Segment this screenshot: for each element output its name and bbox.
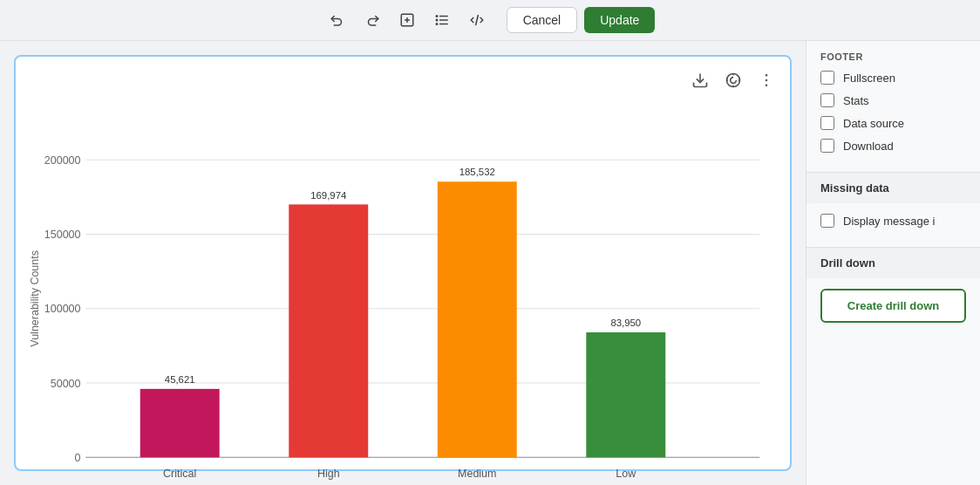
main-content: Vulnerability Counts 200000: [0, 41, 980, 485]
drill-down-header: Drill down: [806, 248, 980, 278]
fullscreen-checkbox-item[interactable]: Fullscreen: [820, 71, 966, 85]
redo-icon[interactable]: [360, 8, 385, 32]
fullscreen-checkbox[interactable]: [820, 71, 834, 85]
missing-data-header: Missing data: [806, 173, 980, 203]
right-panel: FOOTER Fullscreen Stats Data source Down…: [806, 41, 980, 485]
svg-text:50000: 50000: [51, 378, 81, 390]
download-label: Download: [843, 140, 894, 153]
svg-text:185,532: 185,532: [459, 167, 495, 177]
stats-checkbox[interactable]: [820, 93, 834, 107]
stats-checkbox-item[interactable]: Stats: [820, 93, 966, 107]
bar-chart-wrapper: Vulnerability Counts 200000: [26, 100, 779, 485]
download-checkbox-item[interactable]: Download: [820, 139, 966, 153]
bar-medium: [438, 181, 517, 457]
stats-label: Stats: [843, 94, 869, 107]
toolbar: Cancel Update: [0, 0, 980, 41]
svg-text:150000: 150000: [44, 229, 81, 241]
svg-text:0: 0: [75, 452, 81, 464]
svg-text:169,974: 169,974: [310, 190, 346, 201]
svg-point-12: [766, 74, 768, 77]
create-drill-down-button[interactable]: Create drill down: [820, 289, 966, 323]
chart-area: Vulnerability Counts 200000: [0, 41, 806, 485]
svg-point-6: [436, 16, 438, 17]
fullscreen-label: Fullscreen: [843, 72, 895, 85]
display-message-label: Display message i: [843, 215, 936, 228]
svg-text:200000: 200000: [44, 154, 81, 167]
svg-text:83,950: 83,950: [610, 318, 641, 328]
more-options-icon[interactable]: [753, 67, 779, 93]
download-chart-icon[interactable]: [687, 67, 713, 93]
footer-section-title: FOOTER: [820, 51, 966, 62]
svg-text:Vulnerability Counts: Vulnerability Counts: [29, 250, 41, 347]
data-source-checkbox[interactable]: [820, 116, 834, 130]
svg-point-7: [436, 19, 438, 21]
svg-point-11: [727, 74, 740, 87]
display-message-checkbox[interactable]: [820, 214, 834, 228]
svg-text:100000: 100000: [44, 303, 81, 315]
data-source-checkbox-item[interactable]: Data source: [820, 116, 966, 130]
svg-line-9: [475, 15, 478, 25]
svg-text:Medium: Medium: [458, 468, 496, 480]
svg-point-14: [766, 85, 768, 87]
chart-header: [26, 67, 779, 93]
share-icon[interactable]: [720, 67, 746, 93]
svg-text:45,621: 45,621: [165, 374, 195, 385]
bar-low: [586, 332, 665, 457]
bar-critical: [140, 389, 220, 457]
bar-high: [289, 204, 368, 457]
code-icon[interactable]: [465, 8, 489, 32]
svg-text:High: High: [317, 468, 340, 480]
drill-down-section: Create drill down: [806, 278, 980, 333]
add-panel-icon[interactable]: [395, 8, 419, 32]
download-checkbox[interactable]: [820, 139, 834, 153]
svg-text:Critical: Critical: [163, 468, 196, 480]
undo-icon[interactable]: [325, 8, 350, 32]
data-source-label: Data source: [843, 117, 904, 130]
footer-section: FOOTER Fullscreen Stats Data source Down…: [806, 41, 980, 172]
chart-container: Vulnerability Counts 200000: [14, 55, 792, 471]
display-message-checkbox-item[interactable]: Display message i: [820, 214, 966, 228]
cancel-button[interactable]: Cancel: [507, 7, 578, 33]
bar-chart-svg: Vulnerability Counts 200000: [26, 100, 779, 485]
list-icon[interactable]: [430, 8, 454, 32]
missing-data-section: Display message i: [806, 203, 980, 247]
svg-point-13: [766, 79, 768, 82]
svg-point-8: [436, 24, 438, 25]
svg-text:Low: Low: [616, 468, 636, 480]
update-button[interactable]: Update: [584, 7, 655, 33]
